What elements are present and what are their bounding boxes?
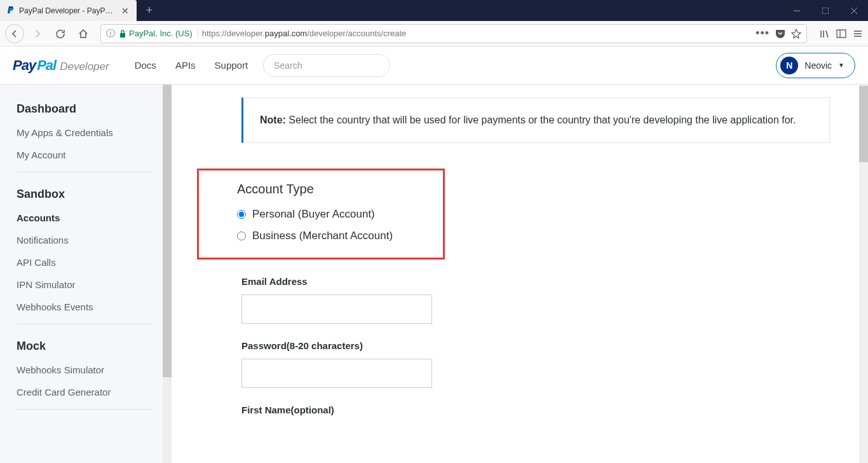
- library-icon[interactable]: [820, 29, 830, 39]
- new-tab-button[interactable]: +: [140, 2, 158, 20]
- nav-docs[interactable]: Docs: [135, 60, 156, 71]
- back-button[interactable]: [5, 24, 24, 43]
- password-field[interactable]: [241, 359, 432, 388]
- content-scrollbar[interactable]: [859, 85, 868, 463]
- sidebar-item-cc-gen[interactable]: Credit Card Generator: [17, 387, 172, 397]
- paypal-developer-logo[interactable]: PayPal Developer: [13, 57, 109, 74]
- radio-personal[interactable]: Personal (Buyer Account): [237, 208, 405, 221]
- divider: [17, 172, 153, 172]
- sidebar-item-webhooks-sim[interactable]: Webhooks Simulator: [17, 364, 172, 375]
- content-area: Note: Select the country that will be us…: [172, 85, 868, 463]
- email-field[interactable]: [241, 294, 432, 324]
- pocket-icon[interactable]: [775, 28, 786, 39]
- sidebar-section-dashboard: Dashboard: [17, 102, 172, 116]
- user-name: Neovic: [804, 60, 832, 71]
- lock-icon: [119, 29, 126, 38]
- sidebar-item-apps[interactable]: My Apps & Credentials: [17, 127, 172, 138]
- svg-rect-1: [822, 8, 829, 14]
- sidebar-icon[interactable]: [836, 29, 846, 39]
- close-tab-icon[interactable]: ✕: [120, 6, 130, 16]
- url-text: https://developer.paypal.com/developer/a…: [202, 29, 752, 38]
- bookmark-icon[interactable]: [791, 29, 801, 39]
- email-label: Email Address: [241, 276, 830, 287]
- maximize-button[interactable]: [811, 0, 839, 21]
- radio-personal-input[interactable]: [237, 210, 246, 219]
- password-label: Password(8-20 characters): [241, 340, 830, 351]
- chevron-down-icon: ▼: [838, 62, 844, 69]
- sidebar-section-mock: Mock: [17, 340, 172, 353]
- note-text: Select the country that will be used for…: [286, 114, 796, 125]
- nav-apis[interactable]: APIs: [175, 60, 196, 71]
- site-identity[interactable]: PayPal, Inc. (US): [119, 29, 198, 38]
- radio-business-input[interactable]: [237, 232, 246, 240]
- menu-icon[interactable]: [853, 29, 863, 39]
- sidebar-scrollbar[interactable]: [163, 85, 172, 463]
- sidebar-item-ipn[interactable]: IPN Simulator: [17, 279, 172, 290]
- browser-tab[interactable]: PayPal Developer - PayPal Deve ✕: [0, 0, 137, 21]
- account-type-title: Account Type: [237, 182, 405, 197]
- page-actions-icon[interactable]: •••: [756, 27, 770, 40]
- browser-titlebar: PayPal Developer - PayPal Deve ✕ +: [0, 0, 868, 21]
- minimize-button[interactable]: [782, 0, 811, 21]
- sidebar-item-api-calls[interactable]: API Calls: [17, 257, 172, 268]
- browser-toolbar: ⓘ PayPal, Inc. (US) https://developer.pa…: [0, 21, 868, 46]
- app-topbar: PayPal Developer Docs APIs Support N Neo…: [0, 46, 868, 85]
- sidebar-item-notifications[interactable]: Notifications: [17, 235, 172, 245]
- window-controls: [782, 0, 868, 21]
- close-window-button[interactable]: [839, 0, 868, 21]
- info-icon[interactable]: ⓘ: [106, 28, 115, 39]
- forward-button[interactable]: [28, 24, 47, 43]
- firstname-label: First Name(optional): [241, 404, 830, 415]
- divider: [17, 409, 153, 410]
- radio-business[interactable]: Business (Merchant Account): [237, 230, 405, 242]
- sidebar-item-account[interactable]: My Account: [17, 149, 172, 160]
- sidebar-item-webhooks-events[interactable]: Webhooks Events: [17, 301, 172, 312]
- svg-line-7: [826, 31, 828, 38]
- sidebar-section-sandbox: Sandbox: [17, 188, 172, 201]
- tab-title: PayPal Developer - PayPal Deve: [19, 6, 116, 15]
- user-avatar: N: [780, 57, 798, 74]
- svg-rect-4: [120, 33, 125, 38]
- note-box: Note: Select the country that will be us…: [241, 97, 830, 143]
- url-bar[interactable]: ⓘ PayPal, Inc. (US) https://developer.pa…: [100, 24, 807, 43]
- svg-rect-8: [837, 30, 846, 38]
- top-nav: Docs APIs Support: [135, 60, 248, 71]
- user-menu[interactable]: N Neovic ▼: [776, 53, 855, 78]
- home-button[interactable]: [74, 24, 93, 43]
- sidebar: Dashboard My Apps & Credentials My Accou…: [0, 85, 172, 463]
- account-type-highlight: Account Type Personal (Buyer Account) Bu…: [197, 169, 445, 259]
- search-input[interactable]: [263, 54, 390, 77]
- sidebar-item-accounts[interactable]: Accounts: [17, 212, 172, 223]
- paypal-favicon-icon: [6, 6, 15, 15]
- nav-support[interactable]: Support: [215, 60, 248, 71]
- divider: [17, 324, 153, 324]
- note-label: Note:: [260, 114, 286, 125]
- reload-button[interactable]: [51, 24, 70, 43]
